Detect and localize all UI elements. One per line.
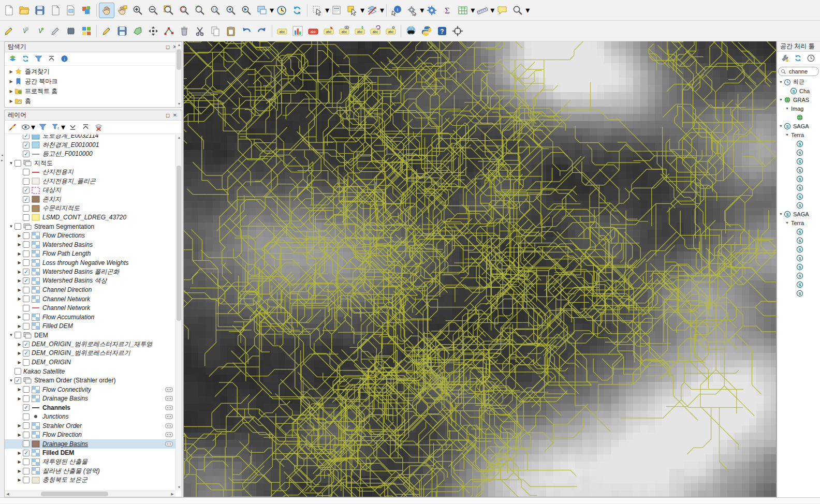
processing-item[interactable]: ▼최근 — [777, 78, 820, 86]
expander-icon[interactable]: ▼ — [784, 107, 790, 110]
layer-checkbox[interactable] — [23, 323, 30, 330]
layer-checkbox[interactable] — [23, 232, 30, 239]
layer-row[interactable]: ▶Channel Network — [5, 294, 175, 304]
memory-layer-indicator-icon[interactable] — [165, 387, 173, 393]
processing-item[interactable]: S — [777, 289, 820, 298]
show-layout-manager-icon[interactable] — [63, 3, 79, 18]
expander-icon[interactable]: ▶ — [8, 69, 14, 74]
expander-icon[interactable]: ▼ — [778, 80, 784, 84]
layer-row[interactable]: ▶✓DEM_ORIGIN_범위로레스터자르기 — [5, 349, 175, 358]
help-contents-icon[interactable]: ? — [434, 23, 450, 39]
layer-checkbox[interactable]: ✓ — [23, 450, 30, 456]
layer-symbol-icon[interactable] — [32, 135, 40, 140]
layer-checkbox[interactable] — [23, 440, 30, 447]
layer-row[interactable]: ▶Strahler Order — [5, 421, 175, 431]
new-print-layout-icon[interactable] — [48, 3, 63, 18]
layer-row[interactable]: ✓등고선_F0010000 — [5, 150, 175, 159]
layer-row[interactable]: ▶✓Watershed Basins 폴리곤화 — [5, 268, 175, 277]
style-manager-icon[interactable] — [79, 3, 94, 18]
layer-checkbox[interactable] — [23, 458, 30, 465]
change-label-icon[interactable]: abc — [305, 23, 321, 39]
layer-row[interactable]: Junctions — [5, 412, 175, 422]
browser-item-공간 북마크[interactable]: ▶ 공간 북마크 — [5, 77, 182, 86]
layer-checkbox[interactable]: ✓ — [23, 135, 30, 139]
filter-browser-icon[interactable] — [33, 53, 44, 65]
layer-row[interactable]: Drainage Basins — [5, 439, 175, 449]
layer-diagram-icon[interactable] — [290, 23, 305, 39]
properties-icon[interactable]: i — [58, 53, 70, 65]
locator-search-icon[interactable] — [510, 3, 525, 18]
layer-checkbox[interactable] — [23, 295, 30, 302]
layer-symbol-icon[interactable] — [32, 268, 40, 275]
expander-icon[interactable]: ▶ — [16, 396, 23, 401]
processing-item[interactable]: S — [777, 157, 820, 166]
redo-icon[interactable] — [254, 23, 270, 39]
processing-item[interactable]: SCha — [777, 86, 820, 95]
layer-row[interactable]: ▶Channel Direction — [5, 286, 175, 295]
cut-features-icon[interactable] — [192, 23, 208, 39]
browser-item-홈[interactable]: ▶ 홈 — [5, 96, 182, 106]
new-map-view-dropdown-icon[interactable]: ▾ — [270, 5, 274, 15]
measure-icon[interactable] — [475, 3, 490, 18]
layer-symbol-icon[interactable] — [32, 286, 40, 293]
locator-search-dropdown-icon[interactable]: ▾ — [525, 5, 530, 15]
expander-icon[interactable]: ▶ — [16, 423, 23, 428]
layer-row[interactable]: ▶Flow Accumulation — [5, 313, 175, 322]
expander-icon[interactable]: ▶ — [16, 360, 23, 365]
expander-icon[interactable]: ▼ — [784, 221, 790, 225]
project-open-icon[interactable] — [17, 3, 32, 18]
browser-item-프로젝트 홈[interactable]: ▶ 프로젝트 홈 — [5, 86, 182, 96]
zoom-next-icon[interactable] — [239, 3, 254, 18]
layer-row[interactable]: ▼✓Stream Order (Strahler order) — [5, 376, 175, 386]
map-themes-icon[interactable] — [20, 122, 31, 133]
expander-icon[interactable]: ▼ — [778, 124, 784, 128]
temporal-controller-icon[interactable] — [274, 3, 289, 18]
layer-row[interactable]: ▶잘라낸 산출물 (영역) — [5, 467, 175, 476]
layer-symbol-icon[interactable] — [32, 386, 40, 393]
identify-features-icon[interactable]: i — [389, 3, 404, 18]
layer-checkbox[interactable] — [14, 160, 21, 167]
deselect-all-dropdown-icon[interactable]: ▾ — [380, 5, 384, 15]
processing-item[interactable]: S — [777, 192, 820, 201]
processing-item[interactable]: S — [777, 236, 820, 245]
processing-item[interactable]: ▼SSAGA — [777, 122, 820, 130]
processing-item[interactable]: ▼GRAS — [777, 95, 820, 104]
add-selected-layers-icon[interactable] — [7, 53, 18, 65]
expander-icon[interactable]: ▶ — [16, 478, 23, 482]
zoom-to-native-icon[interactable]: 1:1 — [208, 3, 223, 18]
layer-symbol-icon[interactable] — [32, 277, 40, 285]
layer-row[interactable]: ✓존치지 — [5, 195, 175, 204]
delete-selected-icon[interactable] — [177, 23, 192, 39]
close-panel-icon[interactable]: ✕ — [171, 112, 179, 119]
show-pinned-labels-icon[interactable]: abc — [336, 23, 352, 39]
processing-item[interactable]: S — [777, 174, 820, 183]
undo-icon[interactable] — [239, 23, 254, 39]
layer-checkbox[interactable] — [14, 332, 21, 338]
layer-symbol-icon[interactable] — [32, 322, 40, 330]
layer-row[interactable]: ▶Watershed Basins — [5, 240, 175, 249]
layer-row[interactable]: ▶✓Watershed Basins 색상 — [5, 276, 175, 286]
pan-map-icon[interactable] — [99, 3, 114, 18]
layer-row[interactable]: ▶Filled DEM — [5, 322, 175, 331]
layer-checkbox[interactable] — [23, 422, 30, 429]
select-by-form-icon[interactable] — [329, 3, 345, 18]
label-properties-icon[interactable]: abc — [383, 23, 399, 39]
layer-row[interactable]: ▶Loss through Negative Weights — [5, 258, 175, 268]
layer-checkbox[interactable]: ✓ — [23, 187, 30, 194]
toggle-editing-icon[interactable] — [99, 23, 114, 39]
collapse-all-icon[interactable] — [46, 53, 57, 65]
layer-row[interactable]: ▶재투영된 산출물 — [5, 457, 175, 467]
select-features-icon[interactable] — [310, 3, 325, 18]
new-virtual-layer-icon[interactable] — [79, 23, 94, 39]
dock-arrow-icon[interactable]: ▸ — [1, 158, 3, 162]
processing-toolbox-icon[interactable] — [424, 3, 440, 18]
layer-row[interactable]: Channel Network — [5, 304, 175, 313]
crosshair-icon[interactable] — [450, 23, 465, 39]
layer-symbol-icon[interactable] — [32, 141, 40, 149]
layer-checkbox[interactable]: ✓ — [23, 404, 30, 411]
expander-icon[interactable]: ▶ — [16, 251, 23, 256]
memory-layer-indicator-icon[interactable] — [165, 395, 173, 402]
layer-checkbox[interactable]: ✓ — [23, 341, 30, 348]
filter-legend-icon[interactable] — [37, 122, 48, 133]
processing-item[interactable]: S — [777, 280, 820, 289]
